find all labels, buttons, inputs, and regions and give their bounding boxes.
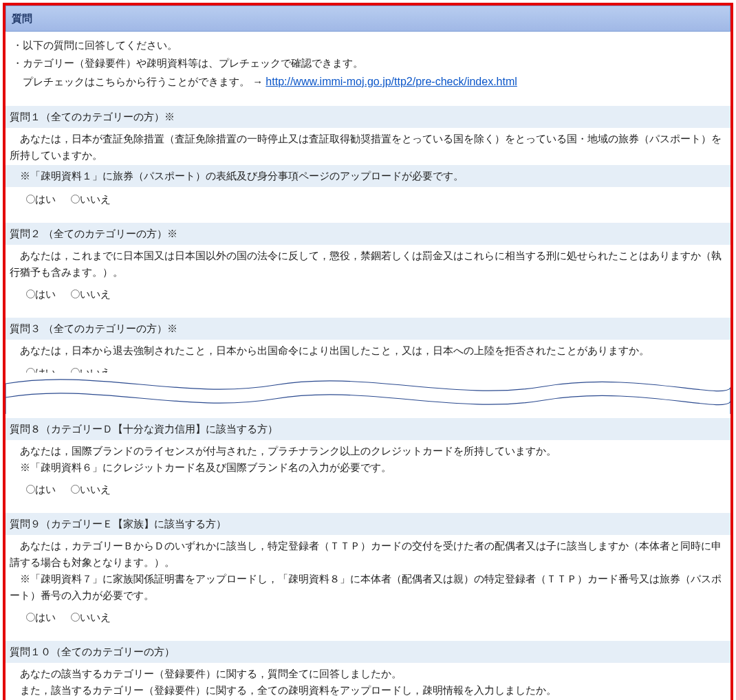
q2-no-radio[interactable] <box>71 289 80 298</box>
question-9-options: はい いいえ <box>6 605 730 631</box>
q2-no-option[interactable]: いいえ <box>71 288 111 300</box>
q9-yes-option[interactable]: はい <box>26 611 56 623</box>
question-1: 質問１（全てのカテゴリーの方）※ あなたは，日本が査証免除措置（査証免除措置の一… <box>6 106 730 213</box>
question-8-note: ※「疎明資料６」にクレジットカード名及び国際ブランド名の入力が必要です。 <box>10 459 726 476</box>
question-8-body: あなたは，国際ブランドのライセンスが付与された，プラチナランク以上のクレジットカ… <box>6 440 730 477</box>
intro-line-2: ・カテゴリー（登録要件）や疎明資料等は、プレチェックで確認できます。 <box>12 55 724 72</box>
q2-yes-option[interactable]: はい <box>26 288 56 300</box>
question-2-text: あなたは，これまでに日本国又は日本国以外の国の法令に反して，懲役，禁錮若しくは罰… <box>10 248 726 281</box>
intro-section: ・以下の質問に回答してください。 ・カテゴリー（登録要件）や疎明資料等は、プレチ… <box>6 32 730 96</box>
q9-no-radio[interactable] <box>71 613 80 622</box>
question-10-body: あなたの該当するカテゴリー（登録要件）に関する，質問全てに回答しましたか。 また… <box>6 663 730 700</box>
question-3: 質問３ （全てのカテゴリーの方）※ あなたは，日本から退去強制されたこと，日本か… <box>6 318 730 381</box>
question-3-title: 質問３ （全てのカテゴリーの方）※ <box>6 318 730 340</box>
question-8-options: はい いいえ <box>6 477 730 503</box>
question-1-body: あなたは，日本が査証免除措置（査証免除措置の一時停止又は査証取得勧奨措置をとって… <box>6 128 730 165</box>
content-omission-break <box>6 373 730 414</box>
intro-line-1: ・以下の質問に回答してください。 <box>12 37 724 54</box>
q1-yes-option[interactable]: はい <box>26 193 56 205</box>
page-title: 質問 <box>6 6 730 32</box>
question-2-options: はい いいえ <box>6 282 730 308</box>
question-3-text: あなたは，日本から退去強制されたこと，日本から出国命令により出国したこと，又は，… <box>10 342 726 359</box>
q8-yes-radio[interactable] <box>26 485 35 494</box>
question-9-text: あなたは，カテゴリーＢからＤのいずれかに該当し，特定登録者（ＴＴＰ）カードの交付… <box>10 538 726 571</box>
q2-yes-radio[interactable] <box>26 289 35 298</box>
question-2-body: あなたは，これまでに日本国又は日本国以外の国の法令に反して，懲役，禁錮若しくは罰… <box>6 245 730 282</box>
q1-yes-radio[interactable] <box>26 195 35 204</box>
question-10-text-1: あなたの該当するカテゴリー（登録要件）に関する，質問全てに回答しましたか。 <box>10 666 726 682</box>
q8-yes-option[interactable]: はい <box>26 483 56 495</box>
question-9-title: 質問９（カテゴリーＥ【家族】に該当する方） <box>6 513 730 535</box>
question-9-note: ※「疎明資料７」に家族関係証明書をアップロードし，「疎明資料８」に本体者（配偶者… <box>10 571 726 604</box>
question-1-note: ※「疎明資料１」に旅券（パスポート）の表紙及び身分事項ページのアップロードが必要… <box>6 165 730 187</box>
question-2-title: 質問２ （全てのカテゴリーの方）※ <box>6 223 730 245</box>
question-8: 質問８（カテゴリーＤ【十分な資力信用】に該当する方） あなたは，国際ブランドのラ… <box>6 418 730 503</box>
intro-line-3: プレチェックはこちらから行うことができます。 → http://www.immi… <box>12 73 724 91</box>
q9-no-option[interactable]: いいえ <box>71 611 111 623</box>
question-10: 質問１０（全てのカテゴリーの方） あなたの該当するカテゴリー（登録要件）に関する… <box>6 641 730 700</box>
question-8-text: あなたは，国際ブランドのライセンスが付与された，プラチナランク以上のクレジットカ… <box>10 443 726 459</box>
q1-no-radio[interactable] <box>71 195 80 204</box>
question-1-options: はい いいえ <box>6 187 730 213</box>
question-2: 質問２ （全てのカテゴリーの方）※ あなたは，これまでに日本国又は日本国以外の国… <box>6 223 730 308</box>
question-3-body: あなたは，日本から退去強制されたこと，日本から出国命令により出国したこと，又は，… <box>6 340 730 360</box>
q8-no-option[interactable]: いいえ <box>71 483 111 495</box>
question-10-text-2: また，該当するカテゴリー（登録要件）に関する，全ての疎明資料をアップロードし，疎… <box>10 682 726 699</box>
question-panel: 質問 ・以下の質問に回答してください。 ・カテゴリー（登録要件）や疎明資料等は、… <box>3 3 733 700</box>
q1-no-option[interactable]: いいえ <box>71 193 111 205</box>
question-1-title: 質問１（全てのカテゴリーの方）※ <box>6 106 730 128</box>
question-10-title: 質問１０（全てのカテゴリーの方） <box>6 641 730 663</box>
q8-no-radio[interactable] <box>71 485 80 494</box>
precheck-link[interactable]: http://www.immi-moj.go.jp/ttp2/pre-check… <box>266 76 517 87</box>
q9-yes-radio[interactable] <box>26 613 35 622</box>
question-8-title: 質問８（カテゴリーＤ【十分な資力信用】に該当する方） <box>6 418 730 440</box>
question-1-text: あなたは，日本が査証免除措置（査証免除措置の一時停止又は査証取得勧奨措置をとって… <box>10 131 726 164</box>
intro-line-3-prefix: プレチェックはこちらから行うことができます。 → <box>12 76 266 87</box>
question-9-body: あなたは，カテゴリーＢからＤのいずれかに該当し，特定登録者（ＴＴＰ）カードの交付… <box>6 535 730 605</box>
question-9: 質問９（カテゴリーＥ【家族】に該当する方） あなたは，カテゴリーＢからＤのいずれ… <box>6 513 730 631</box>
